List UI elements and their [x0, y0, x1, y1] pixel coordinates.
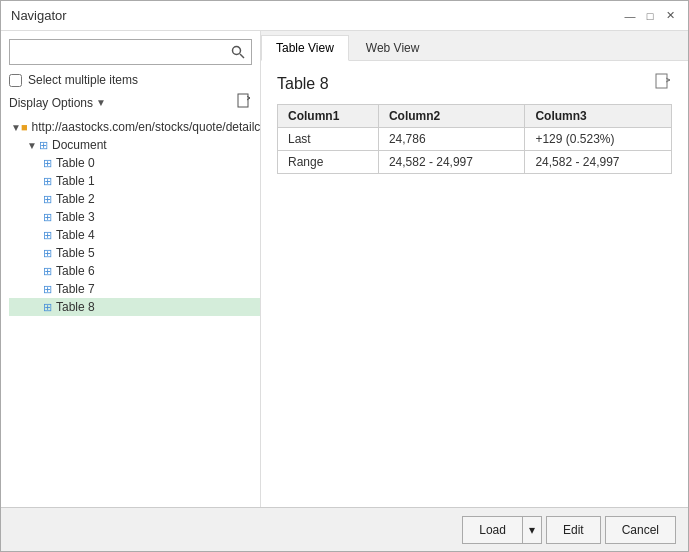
load-button-group: Load ▾: [462, 516, 542, 544]
tree-item-table8-label: Table 8: [56, 300, 95, 314]
svg-rect-2: [238, 94, 248, 107]
col2-header: Column2: [378, 105, 525, 128]
preview-export-button[interactable]: [654, 73, 672, 94]
collapse-icon: ▼: [27, 140, 39, 151]
search-button[interactable]: [225, 40, 251, 64]
search-input[interactable]: [10, 43, 225, 61]
close-button[interactable]: ✕: [662, 8, 678, 24]
tab-table-view[interactable]: Table View: [261, 35, 349, 61]
load-dropdown-button[interactable]: ▾: [522, 516, 542, 544]
preview-export-icon: [654, 73, 672, 91]
tree-area: ▼ ■ http://aastocks.com/en/stocks/quote/…: [9, 118, 260, 499]
table-header-row: Column1 Column2 Column3: [278, 105, 672, 128]
row1-col3: +129 (0.523%): [525, 128, 672, 151]
tree-item-table1-label: Table 1: [56, 174, 95, 188]
tree-item-table7[interactable]: ⊞ Table 7: [9, 280, 260, 298]
tree-item-table2[interactable]: ⊞ Table 2: [9, 190, 260, 208]
search-bar: [9, 39, 252, 65]
row1-col1: Last: [278, 128, 379, 151]
footer: Load ▾ Edit Cancel: [1, 507, 688, 551]
tree-item-table5[interactable]: ⊞ Table 5: [9, 244, 260, 262]
table-row: Range 24,582 - 24,997 24,582 - 24,997: [278, 151, 672, 174]
window-controls: — □ ✕: [622, 8, 678, 24]
cancel-button[interactable]: Cancel: [605, 516, 676, 544]
tree-item-table8[interactable]: ⊞ Table 8: [9, 298, 260, 316]
select-multiple-label: Select multiple items: [28, 73, 138, 87]
table-icon: ⊞: [43, 301, 52, 314]
collapse-icon: ▼: [11, 122, 21, 133]
tree-item-table0[interactable]: ⊞ Table 0: [9, 154, 260, 172]
table-icon: ⊞: [43, 175, 52, 188]
table-icon: ⊞: [43, 265, 52, 278]
navigator-window: Navigator — □ ✕ Select m: [0, 0, 689, 552]
select-multiple-row: Select multiple items: [9, 71, 260, 91]
export-icon[interactable]: [236, 93, 252, 112]
tabs: Table View Web View: [261, 31, 688, 61]
tree-item-table3[interactable]: ⊞ Table 3: [9, 208, 260, 226]
table-icon: ⊞: [43, 157, 52, 170]
tree-item-table1[interactable]: ⊞ Table 1: [9, 172, 260, 190]
tree-item-table6[interactable]: ⊞ Table 6: [9, 262, 260, 280]
maximize-button[interactable]: □: [642, 8, 658, 24]
col1-header: Column1: [278, 105, 379, 128]
title-bar: Navigator — □ ✕: [1, 1, 688, 31]
edit-button[interactable]: Edit: [546, 516, 601, 544]
table-icon: ⊞: [43, 193, 52, 206]
table-row: Last 24,786 +129 (0.523%): [278, 128, 672, 151]
svg-point-0: [233, 47, 241, 55]
document-icon: ⊞: [39, 139, 48, 152]
tree-item-table4-label: Table 4: [56, 228, 95, 242]
tree-item-table4[interactable]: ⊞ Table 4: [9, 226, 260, 244]
tree-item-table3-label: Table 3: [56, 210, 95, 224]
display-options-button[interactable]: Display Options ▼: [9, 96, 106, 110]
tree-item-table5-label: Table 5: [56, 246, 95, 260]
row2-col1: Range: [278, 151, 379, 174]
table-icon: ⊞: [43, 229, 52, 242]
left-panel: Select multiple items Display Options ▼: [1, 31, 261, 507]
tree-item-document[interactable]: ▼ ⊞ Document: [9, 136, 260, 154]
load-button[interactable]: Load: [462, 516, 522, 544]
tree-item-document-label: Document: [52, 138, 107, 152]
tree-item-table6-label: Table 6: [56, 264, 95, 278]
preview-table: Column1 Column2 Column3 Last 24,786 +129…: [277, 104, 672, 174]
table-icon: ⊞: [43, 211, 52, 224]
main-content: Select multiple items Display Options ▼: [1, 31, 688, 507]
display-options-label: Display Options: [9, 96, 93, 110]
folder-icon: ■: [21, 121, 28, 133]
tab-web-view[interactable]: Web View: [351, 35, 435, 60]
table-icon: ⊞: [43, 247, 52, 260]
tree-item-root-label: http://aastocks.com/en/stocks/quote/deta…: [32, 120, 260, 134]
chevron-down-icon: ▼: [96, 97, 106, 108]
display-options-row: Display Options ▼: [9, 91, 260, 118]
export-svg-icon: [236, 93, 252, 109]
table-icon: ⊞: [43, 283, 52, 296]
col3-header: Column3: [525, 105, 672, 128]
svg-rect-4: [656, 74, 667, 88]
minimize-button[interactable]: —: [622, 8, 638, 24]
row2-col2: 24,582 - 24,997: [378, 151, 525, 174]
preview-title: Table 8: [277, 75, 329, 93]
tree-item-table0-label: Table 0: [56, 156, 95, 170]
right-panel: Table View Web View Table 8: [261, 31, 688, 507]
preview-header: Table 8: [277, 73, 672, 94]
window-title: Navigator: [11, 8, 67, 23]
row2-col3: 24,582 - 24,997: [525, 151, 672, 174]
row1-col2: 24,786: [378, 128, 525, 151]
tree-item-table7-label: Table 7: [56, 282, 95, 296]
select-multiple-checkbox[interactable]: [9, 74, 22, 87]
svg-line-1: [240, 54, 244, 58]
preview-area: Table 8 Column1 Column2: [261, 61, 688, 507]
search-icon: [231, 45, 245, 59]
tree-item-root[interactable]: ▼ ■ http://aastocks.com/en/stocks/quote/…: [9, 118, 260, 136]
tree-item-table2-label: Table 2: [56, 192, 95, 206]
